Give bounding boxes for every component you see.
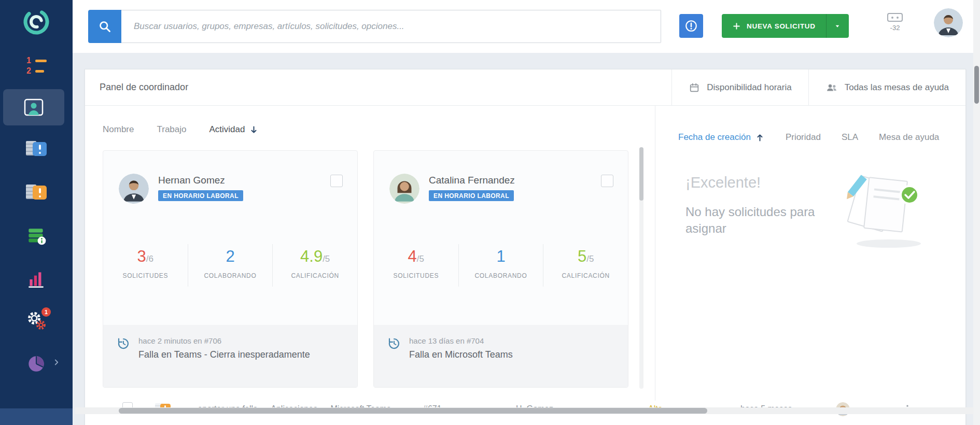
agent-select-checkbox[interactable] xyxy=(601,175,613,187)
tab-mesa-de-ayuda[interactable]: Mesa de ayuda xyxy=(879,124,939,150)
user-avatar[interactable] xyxy=(934,8,963,37)
sidebar-item-incidents[interactable] xyxy=(0,136,73,163)
agent-stats: 3/6 SOLICITUDES 2 COLABORANDO 4.9/5 CALI… xyxy=(103,244,357,287)
stat-suffix: /5 xyxy=(417,254,424,264)
ticket-exclamation-blue-icon xyxy=(26,140,47,159)
requests-column: Fecha de creación Prioridad SLA Mesa de … xyxy=(655,106,965,401)
page-title: Panel de coordinador xyxy=(100,82,188,93)
activity-text: Falla en Teams - Cierra inesperadamente xyxy=(138,349,310,360)
exclamation-badge-icon xyxy=(33,142,47,156)
stat-value: 2 xyxy=(226,247,234,265)
stat-label: SOLICITUDES xyxy=(374,272,458,279)
sidebar-item-coordinator-panel[interactable] xyxy=(3,89,64,125)
calendar-icon xyxy=(689,82,700,93)
gamification-score[interactable]: -32 xyxy=(881,13,908,32)
sidebar-item-problems[interactable] xyxy=(0,179,73,206)
stat-calificacion: 5/5 CALIFICACIÓN xyxy=(543,244,628,287)
global-search xyxy=(88,10,661,43)
sidebar-item-dashboards[interactable] xyxy=(0,349,73,378)
history-icon xyxy=(117,337,130,350)
tab-label: Prioridad xyxy=(786,132,821,143)
stat-label: CALIFICACIÓN xyxy=(543,272,628,279)
score-value: -32 xyxy=(881,24,908,32)
topbar: NUEVA SOLICITUD -32 xyxy=(73,0,980,53)
tab-prioridad[interactable]: Prioridad xyxy=(786,124,821,150)
stat-value: 3 xyxy=(137,247,146,265)
tab-label: SLA xyxy=(842,132,858,143)
horizontal-scrollbar-track[interactable] xyxy=(75,407,980,414)
empty-state-title: ¡Excelente! xyxy=(685,174,847,191)
all-helpdesks-button[interactable]: Todas las mesas de ayuda xyxy=(808,69,965,105)
app-logo[interactable] xyxy=(22,7,51,36)
tab-trabajo[interactable]: Trabajo xyxy=(157,124,186,135)
documents-check-illustration xyxy=(837,166,941,251)
logo-spiral-icon xyxy=(22,7,51,36)
new-request-button[interactable]: NUEVA SOLICITUD xyxy=(722,14,826,38)
stat-label: SOLICITUDES xyxy=(103,272,188,279)
vertical-scrollbar-thumb[interactable] xyxy=(974,66,979,104)
activity-time: hace 13 días en #704 xyxy=(409,336,513,345)
stat-solicitudes: 4/5 SOLICITUDES xyxy=(374,244,458,287)
all-helpdesks-label: Todas las mesas de ayuda xyxy=(845,82,949,93)
horizontal-scrollbar-thumb[interactable] xyxy=(119,408,707,414)
panel-body: Nombre Trabajo Actividad xyxy=(85,106,965,401)
bar-chart-icon xyxy=(25,268,47,290)
availability-label: Disponibilidad horaria xyxy=(707,82,791,93)
stat-value: 1 xyxy=(496,247,505,265)
numbered-list-icon: 1 2 xyxy=(26,55,47,76)
activity-text: Falla en Microsoft Teams xyxy=(409,349,513,360)
sidebar-item-knowledge[interactable] xyxy=(0,222,73,250)
stat-solicitudes: 3/6 SOLICITUDES xyxy=(103,244,188,287)
stat-suffix: /6 xyxy=(146,254,153,264)
sidebar-item-settings[interactable]: 1 xyxy=(0,306,73,337)
status-badge: EN HORARIO LABORAL xyxy=(429,190,514,201)
tab-label: Trabajo xyxy=(157,124,186,135)
panel-header: Panel de coordinador Disponibilidad hora… xyxy=(85,69,965,106)
agent-last-activity[interactable]: hace 13 días en #704 Falla en Microsoft … xyxy=(374,325,628,387)
tab-label: Fecha de creación xyxy=(678,132,751,143)
agent-select-checkbox[interactable] xyxy=(330,175,343,187)
avatar-photo xyxy=(119,174,149,204)
users-icon xyxy=(825,81,838,94)
sidebar-item-priorities[interactable]: 1 2 xyxy=(0,53,73,79)
empty-state-illustration xyxy=(837,166,941,251)
list-bar xyxy=(35,60,47,62)
sidebar-expand-chevron[interactable] xyxy=(52,358,61,367)
agents-sort-tabs: Nombre Trabajo Actividad xyxy=(85,106,655,150)
history-icon xyxy=(387,337,401,350)
numlist-two: 2 xyxy=(26,66,32,76)
sort-down-icon xyxy=(249,125,259,135)
help-button[interactable] xyxy=(679,14,703,38)
stat-suffix: /5 xyxy=(323,254,330,264)
plus-icon xyxy=(732,22,741,31)
availability-button[interactable]: Disponibilidad horaria xyxy=(671,69,808,105)
sidebar-item-reports[interactable] xyxy=(0,265,73,293)
search-input[interactable] xyxy=(121,10,661,43)
sort-up-icon xyxy=(755,133,765,143)
new-request-label: NUEVA SOLICITUD xyxy=(747,22,816,30)
tab-nombre[interactable]: Nombre xyxy=(103,124,134,135)
tab-sla[interactable]: SLA xyxy=(842,124,858,150)
agent-header: Hernan Gomez EN HORARIO LABORAL xyxy=(119,174,243,204)
vertical-scrollbar-track[interactable] xyxy=(973,0,980,425)
agent-card-catalina: Catalina Fernandez EN HORARIO LABORAL 4/… xyxy=(373,150,628,388)
sidebar: 1 2 xyxy=(0,0,73,425)
search-button[interactable] xyxy=(88,10,121,43)
new-request-split-button: NUEVA SOLICITUD xyxy=(722,14,849,38)
stat-value: 5 xyxy=(578,247,586,265)
agents-scrollbar-thumb[interactable] xyxy=(639,147,643,201)
stat-label: CALIFICACIÓN xyxy=(273,272,357,279)
panel-actions: Disponibilidad horaria Todas las mesas d… xyxy=(671,69,965,105)
tab-label: Mesa de ayuda xyxy=(879,132,939,143)
exclamation-badge-icon xyxy=(33,186,47,200)
new-request-dropdown-button[interactable] xyxy=(826,14,849,38)
list-bar xyxy=(35,70,44,73)
agent-last-activity[interactable]: hace 2 minutos en #706 Falla en Teams - … xyxy=(103,325,357,387)
tab-actividad[interactable]: Actividad xyxy=(209,124,259,135)
agent-avatar xyxy=(119,174,149,204)
stat-label: COLABORANDO xyxy=(188,272,273,279)
tab-fecha-creacion[interactable]: Fecha de creación xyxy=(678,124,765,150)
status-badge: EN HORARIO LABORAL xyxy=(158,190,243,201)
stat-label: COLABORANDO xyxy=(459,272,543,279)
agents-scrollbar-track[interactable] xyxy=(639,147,643,389)
